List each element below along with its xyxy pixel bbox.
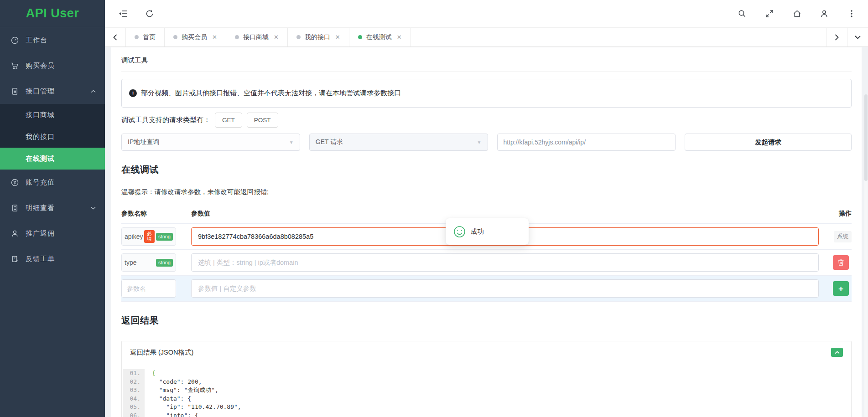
tabs-scroll-right-icon[interactable] <box>826 28 847 46</box>
tab-close-icon[interactable]: ✕ <box>335 34 340 41</box>
vertical-scrollbar[interactable] <box>864 94 868 417</box>
line-content: "info": { <box>145 412 198 417</box>
sidebar-item-buy-member[interactable]: 购买会员 <box>0 53 105 78</box>
sidebar-item-api-manage[interactable]: 接口管理 <box>0 78 105 104</box>
code-line: 03. "msg": "查询成功", <box>123 386 843 395</box>
tabbar-spacer <box>411 28 826 46</box>
required-badge: 必填 <box>144 230 155 243</box>
delete-param-button[interactable] <box>833 255 849 270</box>
sidebar-item-label: 购买会员 <box>26 62 55 70</box>
code-line: 01.{ <box>123 369 843 378</box>
param-name-box: apikey 必填 string <box>121 227 176 246</box>
sidebar-item-label: 工作台 <box>26 36 47 45</box>
sidebar-item-detail-view[interactable]: 明细查看 <box>0 195 105 221</box>
custom-param-value-input[interactable] <box>191 279 819 298</box>
header-param-name: 参数名称 <box>121 210 176 218</box>
sidebar-item-promotion[interactable]: 推广返佣 <box>0 221 105 246</box>
api-select-value: IP地址查询 <box>128 138 159 146</box>
line-content: "msg": "查询成功", <box>145 386 218 395</box>
send-request-button[interactable]: 发起请求 <box>685 134 852 151</box>
tab-online-test[interactable]: 在线测试 ✕ <box>349 28 411 46</box>
code-line: 02. "code": 200, <box>123 378 843 386</box>
methods-label: 调试工具支持的请求类型有： <box>121 116 210 124</box>
line-number: 05. <box>123 403 145 412</box>
home-icon[interactable] <box>792 9 801 18</box>
line-content: { <box>145 369 156 378</box>
tabs-menu-icon[interactable] <box>847 28 868 46</box>
header-param-value: 参数值 <box>191 210 819 218</box>
tab-my-api[interactable]: 我的接口 ✕ <box>288 28 349 46</box>
add-param-button[interactable]: + <box>833 281 849 296</box>
tab-label: 我的接口 <box>305 33 330 41</box>
request-url-input[interactable] <box>497 134 676 151</box>
fullscreen-icon[interactable] <box>765 9 774 18</box>
select-arrow-icon: ▼ <box>477 140 482 145</box>
collapse-panel-button[interactable] <box>831 348 843 357</box>
get-method-button[interactable]: GET <box>215 113 242 128</box>
code-line: 05. "ip": "110.42.70.89", <box>123 403 843 412</box>
tabs-scroll-left-icon[interactable] <box>105 28 126 46</box>
sidebar: API User 工作台 购买会员 接口管理 接口商城 我的接口 在线测试 账号… <box>0 0 105 417</box>
chevron-down-icon <box>91 206 96 210</box>
tab-label: 首页 <box>143 33 156 41</box>
param-row-type: type string <box>121 250 852 276</box>
document-icon <box>10 204 19 212</box>
line-number: 02. <box>123 378 145 386</box>
line-number: 03. <box>123 386 145 395</box>
tab-api-shop[interactable]: 接口商城 ✕ <box>226 28 288 46</box>
system-tag: 系统 <box>834 231 852 242</box>
tab-close-icon[interactable]: ✕ <box>397 34 402 41</box>
document-icon <box>10 87 19 96</box>
api-select[interactable]: IP地址查询 ▼ <box>121 134 300 151</box>
request-type-select[interactable]: GET 请求 ▼ <box>309 134 488 151</box>
tab-dot <box>235 35 239 39</box>
tab-dot <box>296 35 301 39</box>
cart-icon <box>10 62 19 70</box>
line-number: 06. <box>123 412 145 417</box>
tab-home[interactable]: 首页 <box>126 28 165 46</box>
type-value-input[interactable] <box>191 253 819 272</box>
param-name: type <box>125 259 136 266</box>
notice-alert: ! 部分视频、图片或其他接口报错、空值并不代表无法对接，请在本地尝试请求参数接口 <box>121 79 852 108</box>
tab-close-icon[interactable]: ✕ <box>274 34 279 41</box>
tab-label: 接口商城 <box>243 33 269 41</box>
param-row-custom: + <box>121 276 852 302</box>
tab-label: 在线测试 <box>366 33 392 41</box>
result-panel-header: 返回结果 (JSON格式) <box>122 341 851 363</box>
exclamation-icon: ! <box>129 89 137 97</box>
select-arrow-icon: ▼ <box>289 140 294 145</box>
sidebar-submenu-api-manage: 接口商城 我的接口 在线测试 <box>0 104 105 170</box>
tab-dot <box>135 35 139 39</box>
search-icon[interactable] <box>738 9 747 18</box>
yen-circle-icon <box>10 178 19 187</box>
scrollbar-thumb[interactable] <box>864 94 868 181</box>
action-cell: + <box>819 281 852 296</box>
post-method-button[interactable]: POST <box>247 113 278 128</box>
custom-param-name-input[interactable] <box>121 279 176 298</box>
result-panel: 返回结果 (JSON格式) 01.{ 02. "code": 200, 03. … <box>121 341 852 417</box>
refresh-icon[interactable] <box>145 9 154 18</box>
toast-message: 成功 <box>471 227 484 236</box>
sidebar-item-label: 明细查看 <box>26 204 55 212</box>
sidebar-item-recharge[interactable]: 账号充值 <box>0 170 105 195</box>
result-panel-title: 返回结果 (JSON格式) <box>130 348 193 357</box>
header-action: 操作 <box>819 210 852 218</box>
user-icon[interactable] <box>820 9 829 18</box>
person-icon <box>10 229 19 238</box>
sidebar-item-workbench[interactable]: 工作台 <box>0 27 105 53</box>
tab-close-icon[interactable]: ✕ <box>212 34 217 41</box>
sidebar-item-feedback[interactable]: ? 反馈工单 <box>0 246 105 272</box>
sidebar-item-api-shop[interactable]: 接口商城 <box>0 104 105 126</box>
tab-label: 购买会员 <box>182 33 207 41</box>
tab-buy-member[interactable]: 购买会员 ✕ <box>165 28 226 46</box>
more-vertical-icon[interactable] <box>847 9 856 18</box>
sidebar-item-my-api[interactable]: 我的接口 <box>0 126 105 148</box>
type-badge: string <box>156 259 173 267</box>
online-debug-hint: 温馨提示：请修改请求参数，未修改可能返回报错; <box>121 188 852 196</box>
feedback-ticket-icon: ? <box>10 255 19 263</box>
sidebar-fold-icon[interactable] <box>119 9 128 18</box>
action-cell: 系统 <box>819 231 852 242</box>
main-area: 首页 购买会员 ✕ 接口商城 ✕ 我的接口 ✕ 在线测试 ✕ 调试工具 <box>105 0 868 417</box>
action-cell <box>819 255 852 270</box>
sidebar-item-online-test[interactable]: 在线测试 <box>0 148 105 170</box>
